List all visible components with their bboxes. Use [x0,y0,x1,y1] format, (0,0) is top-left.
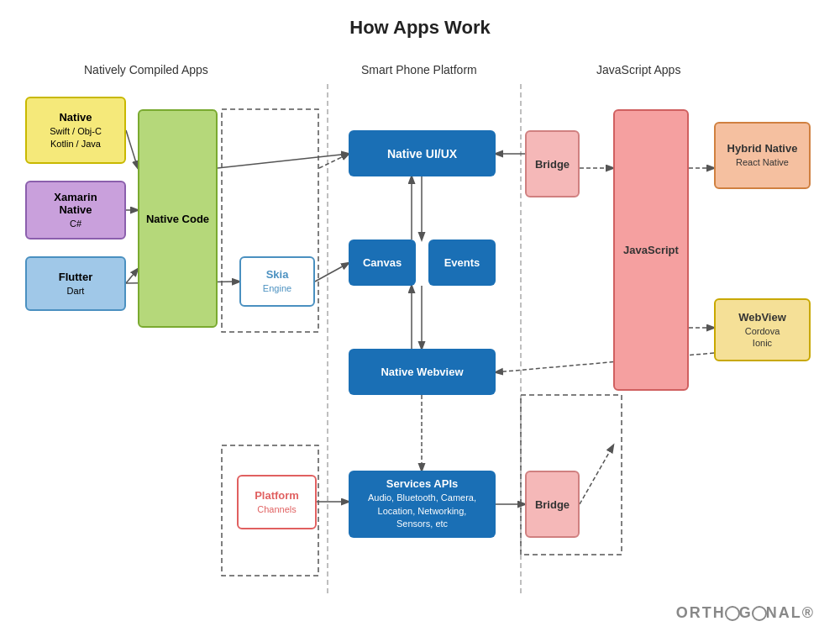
box-flutter: Flutter Dart [25,256,126,311]
native-ui-label: Native UI/UX [387,147,457,161]
logo: ORTHGNAL® [676,604,815,622]
box-bridge-bottom: Bridge [525,471,580,538]
services-title: Services APIs [386,477,459,490]
javascript-label: JavaScript [623,244,679,256]
page-title: How Apps Work [0,0,840,39]
events-label: Events [444,256,480,269]
hybrid-native-title: Hybrid Native [727,142,798,155]
box-services: Services APIs Audio, Bluetooth, Camera,L… [349,471,496,538]
box-webview: WebView CordovaIonic [714,298,811,361]
canvas-label: Canvas [363,256,402,269]
diagram-container: How Apps Work Natively Compiled Apps Sma… [0,0,840,637]
flutter-title: Flutter [59,271,92,283]
svg-line-20 [580,445,613,504]
webview-subtitle: CordovaIonic [745,325,780,350]
platform-channels-subtitle: Channels [257,503,296,515]
box-bridge-top: Bridge [525,130,580,197]
services-subtitle: Audio, Bluetooth, Camera,Location, Netwo… [368,492,476,530]
box-javascript: JavaScript [613,109,689,391]
svg-line-10 [319,154,349,168]
box-native-code: Native Code [138,109,218,328]
bridge-top-label: Bridge [535,158,570,171]
section-label-center: Smart Phone Platform [361,63,477,76]
xamarin-title: XamarinNative [54,191,97,216]
hybrid-native-subtitle: React Native [736,156,789,168]
svg-line-2 [126,130,138,168]
native-webview-label: Native Webview [381,366,463,378]
native-swift-title: Native [59,111,92,124]
skia-title: Skia [266,268,289,281]
box-canvas: Canvas [349,240,416,286]
section-label-right: JavaScript Apps [596,63,680,76]
svg-line-4 [126,269,138,283]
webview-title: WebView [738,311,786,324]
box-xamarin: XamarinNative C# [25,181,126,240]
section-label-left: Natively Compiled Apps [84,63,208,76]
bridge-bottom-label: Bridge [535,498,570,511]
xamarin-subtitle: C# [70,218,81,229]
box-native-ui: Native UI/UX [349,130,496,176]
svg-line-9 [315,263,349,282]
box-native-swift: Native Swift / Obj-CKotlin / Java [25,97,126,164]
native-code-label: Native Code [146,213,209,225]
box-platform-channels: Platform Channels [237,475,317,529]
logo-text: ORTHGNAL® [676,604,815,621]
platform-channels-title: Platform [255,489,299,502]
box-events: Events [428,240,496,286]
native-swift-subtitle: Swift / Obj-CKotlin / Java [50,125,102,150]
flutter-subtitle: Dart [67,285,85,297]
box-skia: Skia Engine [239,256,315,307]
box-native-webview: Native Webview [349,349,496,395]
box-hybrid-native: Hybrid Native React Native [714,122,811,189]
svg-line-5 [218,154,349,168]
skia-subtitle: Engine [263,282,291,294]
